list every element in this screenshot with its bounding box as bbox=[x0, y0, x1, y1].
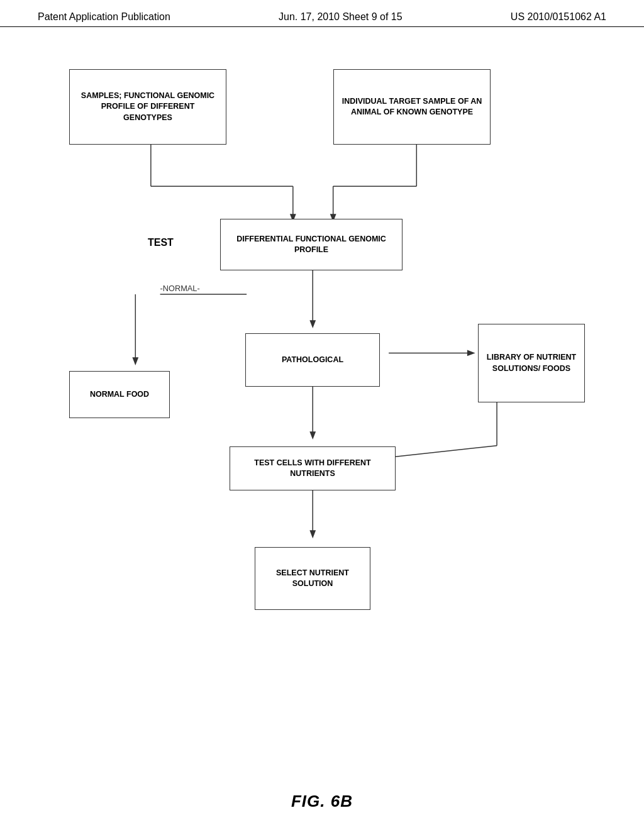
select-nutrient-label: SELECT NUTRIENT SOLUTION bbox=[262, 568, 364, 590]
page-header: Patent Application Publication Jun. 17, … bbox=[0, 0, 644, 27]
normal-food-label: NORMAL FOOD bbox=[90, 389, 149, 401]
figure-label: FIG. 6B bbox=[291, 792, 353, 811]
library-label: LIBRARY OF NUTRIENT SOLUTIONS/ FOODS bbox=[485, 352, 578, 374]
svg-marker-9 bbox=[309, 320, 316, 328]
pathological-label: PATHOLOGICAL bbox=[282, 355, 343, 366]
individual-label: INDIVIDUAL TARGET SAMPLE OF AN ANIMAL OF… bbox=[340, 96, 484, 118]
samples-label: SAMPLES; FUNCTIONAL GENOMIC PROFILE OF D… bbox=[76, 91, 219, 124]
svg-marker-13 bbox=[132, 357, 138, 365]
test-cells-label: TEST CELLS WITH DIFFERENT NUTRIENTS bbox=[236, 458, 389, 480]
svg-marker-22 bbox=[309, 530, 316, 538]
differential-box: DIFFERENTIAL FUNCTIONAL GENOMIC PROFILE bbox=[220, 219, 402, 270]
svg-marker-15 bbox=[467, 350, 475, 356]
diagram-area: -NORMAL- SAMPLES; FUNCTIONAL GENOMIC PRO… bbox=[31, 50, 613, 755]
samples-box: SAMPLES; FUNCTIONAL GENOMIC PROFILE OF D… bbox=[69, 69, 226, 145]
individual-box: INDIVIDUAL TARGET SAMPLE OF AN ANIMAL OF… bbox=[333, 69, 491, 145]
pathological-box: PATHOLOGICAL bbox=[245, 333, 380, 387]
library-box: LIBRARY OF NUTRIENT SOLUTIONS/ FOODS bbox=[478, 324, 585, 402]
test-label: TEST bbox=[148, 237, 174, 248]
normal-food-box: NORMAL FOOD bbox=[69, 371, 170, 418]
svg-marker-17 bbox=[309, 431, 316, 440]
header-publication: Patent Application Publication bbox=[38, 11, 170, 23]
select-nutrient-box: SELECT NUTRIENT SOLUTION bbox=[255, 547, 370, 610]
test-cells-box: TEST CELLS WITH DIFFERENT NUTRIENTS bbox=[230, 446, 396, 490]
svg-text:-NORMAL-: -NORMAL- bbox=[160, 284, 200, 293]
header-patent-number: US 2010/0151062 A1 bbox=[511, 11, 606, 23]
header-date-sheet: Jun. 17, 2010 Sheet 9 of 15 bbox=[279, 11, 402, 23]
differential-label: DIFFERENTIAL FUNCTIONAL GENOMIC PROFILE bbox=[227, 234, 396, 256]
svg-line-19 bbox=[382, 446, 497, 458]
